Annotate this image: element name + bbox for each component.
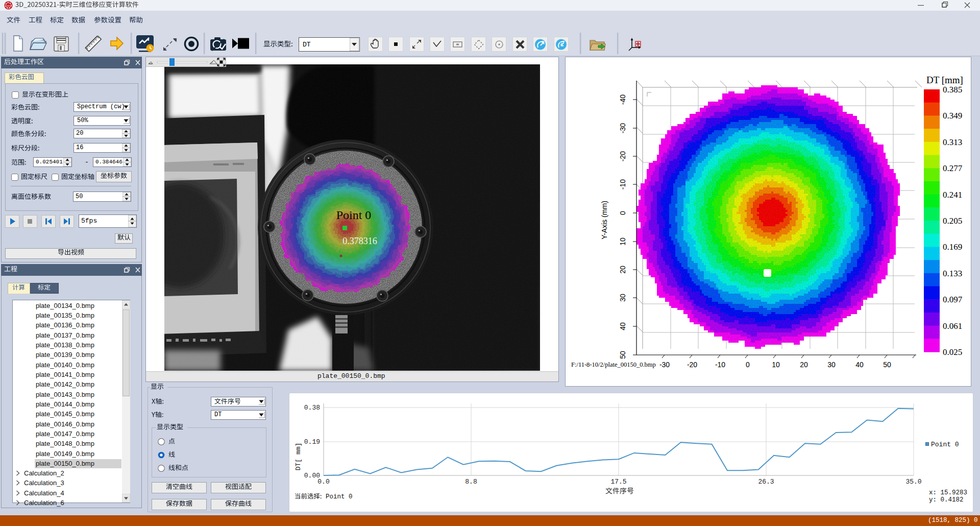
svg-text:0.277: 0.277 [943, 163, 963, 173]
svg-text:0.097: 0.097 [943, 295, 963, 304]
svg-text:20: 20 [800, 361, 808, 369]
svg-text:40: 40 [855, 361, 864, 369]
svg-text:50: 50 [619, 351, 627, 359]
svg-text:0.025: 0.025 [943, 347, 962, 357]
svg-text:8.8: 8.8 [465, 478, 477, 486]
svg-text:20: 20 [619, 266, 627, 274]
svg-text:50: 50 [883, 361, 891, 369]
svg-text:0.241: 0.241 [943, 190, 962, 200]
svg-text:26.3: 26.3 [758, 478, 774, 486]
svg-text:uc: uc [7, 4, 10, 7]
svg-text:-20: -20 [687, 361, 697, 369]
svg-text:F:/11-8-10/2/plate_00150_0.bmp: F:/11-8-10/2/plate_00150_0.bmp [571, 361, 656, 368]
svg-text:0.313: 0.313 [943, 137, 962, 147]
svg-text:10: 10 [619, 237, 627, 246]
svg-text:0.349: 0.349 [943, 111, 962, 121]
svg-text:30: 30 [619, 294, 627, 302]
svg-text:40: 40 [619, 322, 627, 330]
svg-text:-30: -30 [619, 123, 627, 133]
svg-text:0.19: 0.19 [304, 438, 320, 446]
svg-text:Y-Axis (mm): Y-Axis (mm) [600, 201, 608, 240]
svg-text:10: 10 [772, 361, 780, 369]
svg-text:0.205: 0.205 [943, 216, 962, 226]
svg-text:-10: -10 [715, 361, 725, 369]
svg-text:0.169: 0.169 [943, 242, 962, 252]
svg-text:DT [mm]: DT [mm] [926, 75, 963, 85]
svg-text:0.385: 0.385 [943, 85, 962, 94]
svg-text:35.0: 35.0 [905, 478, 921, 486]
svg-text:-40: -40 [619, 94, 627, 105]
svg-text:0.38: 0.38 [304, 404, 320, 412]
svg-text:0.0: 0.0 [317, 478, 329, 486]
svg-text:0: 0 [746, 361, 750, 369]
svg-text:0: 0 [619, 211, 627, 215]
svg-text:DT[ mm]: DT[ mm] [295, 443, 302, 471]
svg-text:30: 30 [827, 361, 836, 369]
svg-text:0.061: 0.061 [943, 321, 962, 331]
svg-text:-10: -10 [619, 179, 627, 189]
svg-text:-20: -20 [619, 151, 627, 161]
svg-text:17.5: 17.5 [610, 478, 626, 486]
svg-text:-30: -30 [659, 361, 670, 369]
svg-text:0.133: 0.133 [943, 269, 962, 278]
